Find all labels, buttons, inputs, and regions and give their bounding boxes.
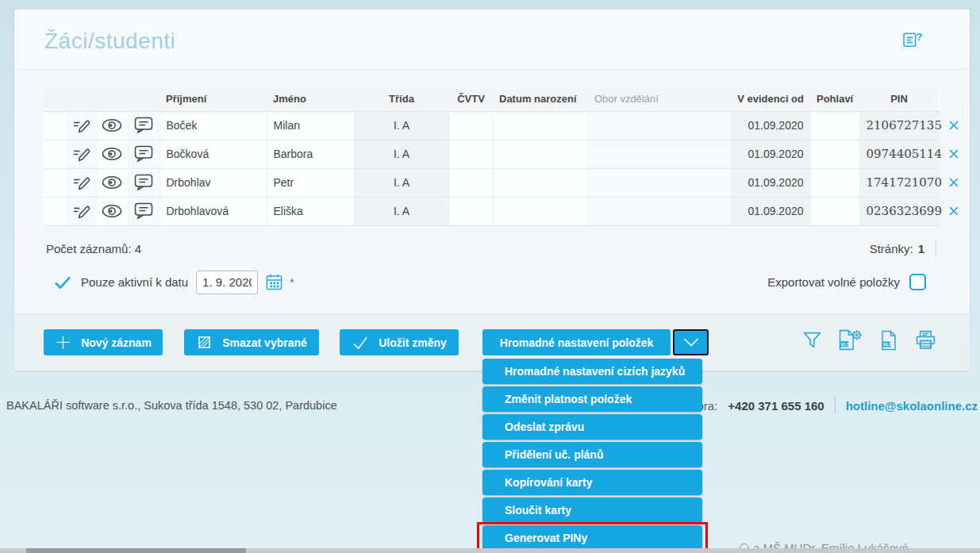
speech-bubble-icon[interactable]	[128, 168, 159, 197]
eye-icon[interactable]	[96, 168, 128, 197]
scrollbar-thumb[interactable]	[26, 548, 246, 553]
cell-name: Milan	[267, 111, 354, 140]
help-icon[interactable]	[902, 30, 924, 50]
cell-since: 01.09.2020	[731, 197, 810, 225]
cell-name: Eliška	[267, 197, 354, 225]
delete-selected-button[interactable]: Smazat vybrané	[184, 329, 319, 355]
export-label: Exportovat volné položky	[767, 275, 900, 289]
pages-value[interactable]: 1	[918, 242, 924, 255]
edit-pencil-icon[interactable]	[67, 111, 96, 140]
cell-pin: 2106727135	[859, 111, 939, 140]
footer-company: BAKALÁŘI software s.r.o., Sukova třída 1…	[6, 399, 337, 412]
pin-value: 2106727135	[867, 118, 942, 132]
row-select-cell	[44, 111, 67, 140]
header-cvtv[interactable]: ČVTV	[449, 87, 493, 111]
support-email-link[interactable]: hotline@skolaonline.cz	[846, 399, 978, 413]
filter-row: Pouze aktivní k datu * Exportovat volné …	[54, 271, 926, 294]
header-blank	[96, 87, 128, 111]
calendar-icon[interactable]	[265, 273, 283, 291]
clear-pin-x-icon[interactable]	[949, 121, 959, 130]
xls-gear-icon[interactable]	[838, 329, 863, 351]
cell-surname: Boček	[159, 111, 267, 140]
eye-icon[interactable]	[96, 111, 128, 140]
cell-class: I. A	[354, 140, 449, 168]
header-birthdate[interactable]: Datum narození	[493, 87, 588, 111]
bulk-settings-button[interactable]: Hromadné nastavení položek	[482, 329, 671, 355]
students-panel: Žáci/studenti Příjmení Jméno Třída ČVTV …	[14, 10, 970, 371]
horizontal-scrollbar[interactable]	[0, 548, 980, 553]
printer-icon[interactable]	[915, 330, 936, 350]
required-asterisk: *	[290, 275, 294, 289]
record-count-label: Počet záznamů:	[46, 242, 132, 255]
clear-pin-x-icon[interactable]	[949, 206, 959, 216]
table-header-row: Příjmení Jméno Třída ČVTV Datum narození…	[44, 87, 939, 111]
pin-value: 0236323699	[867, 204, 942, 218]
header-field[interactable]: Obor vzdělání	[588, 87, 731, 111]
cell-cvtv	[449, 168, 493, 197]
cell-field	[588, 140, 731, 168]
date-input[interactable]	[196, 271, 258, 294]
cell-surname: Drbohlav	[159, 168, 267, 197]
edit-pencil-icon[interactable]	[67, 140, 96, 168]
row-select-cell	[44, 197, 67, 225]
new-record-button[interactable]: Nový záznam	[44, 329, 163, 355]
pagination: Stránky: 1	[870, 239, 936, 259]
header-since[interactable]: V evidenci od	[731, 87, 810, 111]
cell-birthdate	[493, 197, 588, 225]
clear-pin-x-icon[interactable]	[949, 149, 959, 159]
header-name[interactable]: Jméno	[267, 87, 354, 111]
cell-gender	[810, 168, 859, 197]
row-select-cell	[44, 140, 67, 168]
export-checkbox[interactable]	[909, 274, 926, 290]
eye-icon[interactable]	[96, 140, 128, 168]
cell-pin: 0236323699	[859, 197, 939, 225]
cell-field	[588, 111, 731, 140]
cell-since: 01.09.2020	[731, 111, 810, 140]
speech-bubble-icon[interactable]	[128, 197, 159, 225]
bulk-settings-dropdown-button[interactable]	[673, 329, 709, 355]
menu-item-merge-cards[interactable]: Sloučit karty	[482, 497, 702, 523]
footer-divider	[835, 397, 836, 414]
cell-field	[588, 168, 731, 197]
cell-cvtv	[449, 197, 493, 225]
header-class[interactable]: Třída	[354, 87, 449, 111]
funnel-icon[interactable]	[803, 331, 821, 349]
bulk-settings-menu: Hromadné nastavení cizích jazyků Změnit …	[482, 359, 702, 553]
menu-item-bulk-foreign-languages[interactable]: Hromadné nastavení cizích jazyků	[482, 359, 702, 384]
pages-label: Stránky:	[870, 242, 913, 255]
active-checkbox-check-icon[interactable]	[54, 275, 71, 290]
edit-pencil-icon[interactable]	[67, 197, 96, 225]
chevron-down-icon	[682, 337, 700, 348]
pin-value: 0974405114	[867, 147, 942, 161]
record-count: Počet záznamů: 4	[46, 242, 141, 255]
page-title: Žáci/studenti	[44, 29, 175, 54]
cell-class: I. A	[354, 197, 449, 225]
clear-pin-x-icon[interactable]	[949, 178, 959, 187]
save-changes-button[interactable]: Uložit změny	[340, 329, 459, 355]
header-gender[interactable]: Pohlaví	[810, 87, 859, 111]
cell-gender	[810, 197, 859, 225]
speech-bubble-icon[interactable]	[128, 140, 159, 168]
xls-file-icon[interactable]	[879, 330, 898, 351]
table-row: Drbohlav Petr I. A 01.09.2020 1741721070	[44, 168, 939, 197]
table-row: Bočková Barbora I. A 01.09.2020 09744051…	[44, 140, 939, 168]
edit-pencil-icon[interactable]	[67, 168, 96, 197]
menu-item-send-message[interactable]: Odeslat zprávu	[482, 414, 702, 440]
header-pin[interactable]: PIN	[859, 87, 939, 111]
header-blank	[67, 87, 96, 111]
cell-since: 01.09.2020	[731, 140, 810, 168]
table-summary: Počet záznamů: 4 Stránky: 1	[46, 239, 936, 259]
row-select-cell	[44, 168, 67, 197]
panel-header: Žáci/studenti	[14, 10, 970, 70]
menu-item-change-validity[interactable]: Změnit platnost položek	[482, 386, 702, 412]
header-surname[interactable]: Příjmení	[159, 87, 267, 111]
speech-bubble-icon[interactable]	[128, 111, 159, 140]
menu-item-assign-curricula[interactable]: Přidělení uč. plánů	[482, 442, 702, 467]
cell-birthdate	[493, 140, 588, 168]
footer-support: ora: +420 371 655 160 hotline@skolaonlin…	[697, 397, 978, 414]
menu-item-copy-card[interactable]: Kopírování karty	[482, 470, 702, 495]
menu-item-generate-pins[interactable]: Generovat PINy	[482, 525, 702, 551]
table-row: Drbohlavová Eliška I. A 01.09.2020 02363…	[44, 197, 939, 225]
eye-icon[interactable]	[96, 197, 128, 225]
support-phone: +420 371 655 160	[728, 399, 824, 413]
